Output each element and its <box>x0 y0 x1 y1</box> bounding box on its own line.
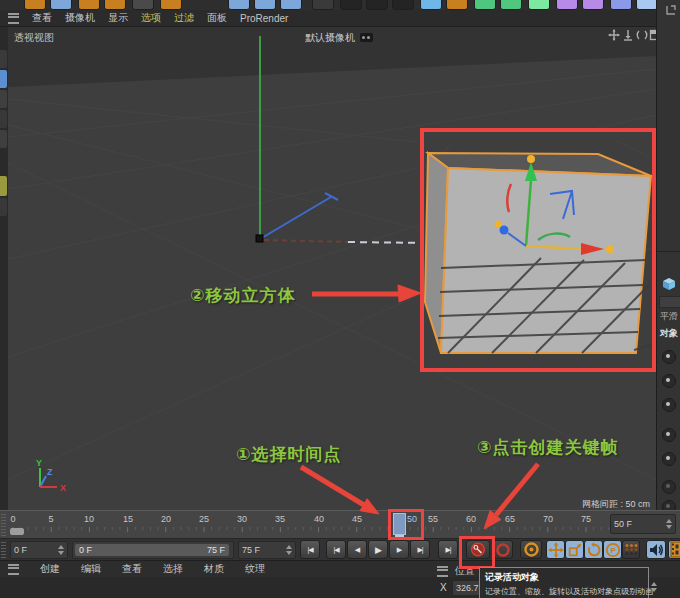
ruler-tick: 30 <box>234 514 250 524</box>
toolbar-icon-fragment[interactable] <box>474 0 496 10</box>
maximize-icon[interactable] <box>649 29 656 41</box>
cube-object-icon[interactable] <box>661 276 677 292</box>
autokey-button[interactable] <box>493 540 513 559</box>
panel-grip[interactable] <box>1 542 6 558</box>
toolbar-icon-fragment[interactable] <box>556 0 578 10</box>
object-origin-point[interactable] <box>256 235 263 242</box>
next-key-button[interactable]: ▶| <box>410 540 430 559</box>
toolbar-icon-fragment[interactable] <box>0 110 7 128</box>
toolbar-icon-fragment[interactable] <box>0 50 7 68</box>
layout-icon[interactable] <box>665 4 677 16</box>
option-radio-disabled[interactable] <box>662 500 676 510</box>
toolbar-icon-fragment[interactable] <box>0 90 7 108</box>
key-scale-button[interactable] <box>565 540 584 559</box>
toolbar-icon-fragment[interactable] <box>446 0 468 10</box>
menu-icon[interactable] <box>437 566 448 577</box>
ruler-tick: 0 <box>5 514 21 524</box>
toolbar-icon-fragment[interactable] <box>0 198 7 216</box>
toolbar-icon-fragment[interactable] <box>312 0 334 10</box>
object-tab-label[interactable]: 对象 <box>660 327 678 340</box>
current-frame-value: 50 F <box>614 519 632 529</box>
render-film-button[interactable] <box>668 540 680 559</box>
toolbar-icon-fragment[interactable] <box>528 0 550 10</box>
goto-start-button[interactable]: |◀ <box>300 540 320 559</box>
toolbar-icon-fragment[interactable] <box>392 0 414 10</box>
ruler-tick: 65 <box>502 514 518 524</box>
menu-panel[interactable]: 面板 <box>207 11 227 25</box>
toolbar-icon-fragment[interactable] <box>0 70 7 88</box>
panel-tab[interactable] <box>659 296 680 308</box>
camera-label[interactable]: 默认摄像机 <box>305 31 355 45</box>
menu-view2[interactable]: 查看 <box>122 562 142 576</box>
menu-icon[interactable] <box>8 564 19 575</box>
menu-display[interactable]: 显示 <box>108 11 128 25</box>
preview-range-slider[interactable]: 0 F 75 F <box>72 541 234 559</box>
toolbar-icon-fragment[interactable] <box>50 0 72 10</box>
toolbar-icon-fragment[interactable] <box>24 0 46 10</box>
key-parameter-button[interactable]: P <box>603 540 622 559</box>
option-radio[interactable] <box>662 350 676 364</box>
toolbar-icon-fragment[interactable] <box>0 130 7 148</box>
toolbar-icon-fragment[interactable] <box>582 0 604 10</box>
previous-key-button[interactable]: |◀ <box>326 540 346 559</box>
range-start-handle[interactable] <box>10 528 24 535</box>
goto-end-button[interactable]: ▶| <box>438 540 458 559</box>
sound-button[interactable] <box>646 540 666 559</box>
dolly-icon[interactable] <box>622 29 634 41</box>
menu-camera[interactable]: 摄像机 <box>65 11 95 25</box>
toolbar-icon-fragment[interactable] <box>78 0 100 10</box>
play-button[interactable]: ▶ <box>368 540 388 559</box>
toolbar-icon-fragment[interactable] <box>420 0 442 10</box>
frame-stepper[interactable] <box>663 519 672 529</box>
end-frame-field[interactable]: 75 F <box>238 541 296 559</box>
toolbar-icon-fragment[interactable] <box>500 0 522 10</box>
pan-icon[interactable] <box>608 29 620 41</box>
timeline-ruler[interactable]: 0 5 10 15 20 25 30 35 40 45 50 55 60 65 … <box>0 510 680 538</box>
toolbar-icon-fragment[interactable] <box>280 0 302 10</box>
option-radio-disabled[interactable] <box>662 480 676 494</box>
toolbar-icon-fragment[interactable] <box>228 0 250 10</box>
x-handle-dot[interactable] <box>606 245 614 253</box>
rotate-icon[interactable] <box>636 29 648 41</box>
option-radio[interactable] <box>662 452 676 466</box>
toolbar-icon-fragment[interactable] <box>340 0 362 10</box>
menu-select[interactable]: 选择 <box>163 562 183 576</box>
rotation-icon <box>586 542 602 558</box>
toolbar-icon-fragment[interactable] <box>160 0 182 10</box>
range-start-value: 0 F <box>79 545 92 555</box>
previous-frame-button[interactable]: ◀ <box>347 540 367 559</box>
key-position-button[interactable] <box>546 540 565 559</box>
keyframe-selection-button[interactable] <box>520 540 542 559</box>
next-frame-button[interactable]: ▶ <box>389 540 409 559</box>
toolbar-icon-fragment[interactable] <box>366 0 388 10</box>
end-frame-stepper[interactable] <box>283 545 292 555</box>
start-frame-field[interactable]: 0 F <box>10 541 68 559</box>
toolbar-icon-fragment[interactable] <box>0 176 7 196</box>
y-handle-dot[interactable] <box>527 155 535 163</box>
menu-create[interactable]: 创建 <box>40 562 60 576</box>
toolbar-icon-fragment[interactable] <box>104 0 126 10</box>
menu-edit[interactable]: 编辑 <box>81 562 101 576</box>
point-level-animation-button[interactable] <box>622 540 640 559</box>
key-rotation-button[interactable] <box>584 540 603 559</box>
toolbar-icon-fragment[interactable] <box>610 0 632 10</box>
toolbar-icon-fragment[interactable] <box>132 0 154 10</box>
toolbar-icon-fragment[interactable] <box>254 0 276 10</box>
menu-options[interactable]: 选项 <box>141 11 161 25</box>
menu-icon[interactable] <box>8 13 19 24</box>
toolbar-icon-fragment[interactable] <box>636 0 656 10</box>
menu-view[interactable]: 查看 <box>32 11 52 25</box>
menu-prorender[interactable]: ProRender <box>240 13 288 24</box>
menu-material[interactable]: 材质 <box>204 562 224 576</box>
ruler-tick: 55 <box>425 514 441 524</box>
menu-filter[interactable]: 过滤 <box>174 11 194 25</box>
z-handle-dot[interactable] <box>500 226 509 235</box>
ruler-tick: 70 <box>540 514 556 524</box>
start-frame-stepper[interactable] <box>55 545 64 555</box>
option-radio[interactable] <box>662 428 676 442</box>
camera-icon[interactable] <box>360 33 373 42</box>
option-radio[interactable] <box>662 398 676 412</box>
option-radio[interactable] <box>662 374 676 388</box>
menu-texture[interactable]: 纹理 <box>245 562 265 576</box>
current-frame-field[interactable]: 50 F <box>610 514 676 534</box>
